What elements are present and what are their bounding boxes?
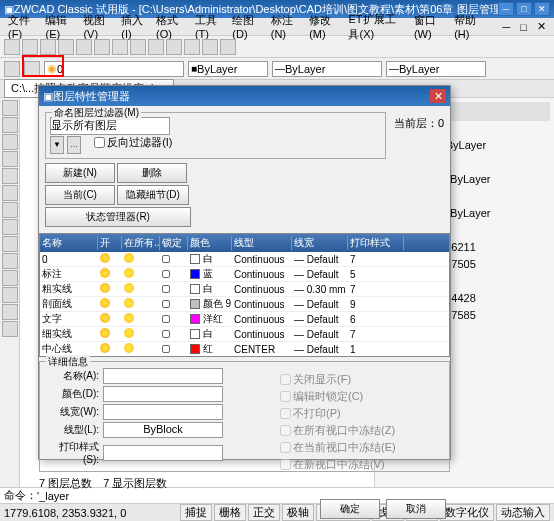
chk-freeze-new[interactable]: 在新视口中冻结(V) (280, 457, 396, 472)
col-on[interactable]: 开 (98, 236, 122, 250)
menu-view[interactable]: 视图(V) (79, 12, 115, 41)
circle-icon[interactable] (2, 185, 18, 201)
table-row[interactable]: 标注 蓝Continuous— Default5 (40, 267, 449, 282)
menu-help[interactable]: 帮助(H) (450, 12, 486, 41)
detail-lweight-input[interactable] (103, 404, 223, 420)
lineweight-dropdown[interactable]: — ByLayer (386, 61, 486, 77)
table-row[interactable]: 细实线 白Continuous— Default7 (40, 327, 449, 342)
arc-icon[interactable] (2, 168, 18, 184)
point-icon[interactable] (2, 287, 18, 303)
ellipse-icon[interactable] (2, 219, 18, 235)
layer-properties-dialog: ▣ 图层特性管理器 ✕ 命名图层过滤器(M) 显示所有图层 ▼ … 反向过滤器(… (38, 85, 451, 460)
pline-icon[interactable] (2, 117, 18, 133)
current-button[interactable]: 当前(C) (45, 185, 115, 205)
new-icon[interactable] (4, 39, 20, 55)
table-row[interactable]: 中心线 红CENTER— Default1 (40, 342, 449, 356)
hide-details-button[interactable]: 隐藏细节(D) (117, 185, 189, 205)
block-icon[interactable] (2, 270, 18, 286)
line-icon[interactable] (2, 100, 18, 116)
state-manager-button[interactable]: 状态管理器(R) (45, 207, 191, 227)
dialog-title: 图层特性管理器 (53, 89, 430, 104)
detail-pstyle-input[interactable] (103, 445, 223, 461)
chk-freeze-all[interactable]: 在所有视口中冻结(Z) (280, 423, 396, 438)
paste-icon[interactable] (130, 39, 146, 55)
menu-insert[interactable]: 插入(I) (117, 12, 150, 41)
doc-close-icon[interactable]: ✕ (533, 19, 550, 34)
open-icon[interactable] (22, 39, 38, 55)
undo-icon[interactable] (166, 39, 182, 55)
col-color[interactable]: 颜色 (188, 236, 232, 250)
col-ltype[interactable]: 线型 (232, 236, 292, 250)
cancel-button[interactable]: 取消 (386, 499, 446, 519)
close-button[interactable]: ✕ (534, 2, 550, 16)
details-fieldset: 详细信息 名称(A): 颜色(D): 线宽(W): 线型(L):ByBlock … (39, 361, 450, 472)
chk-freeze-cur[interactable]: 在当前视口中冻结(E) (280, 440, 396, 455)
current-layer-value: 0 (438, 117, 444, 129)
layer-prev-icon[interactable] (24, 61, 40, 77)
minimize-button[interactable]: ─ (498, 2, 514, 16)
print-icon[interactable] (58, 39, 74, 55)
text-icon[interactable] (2, 253, 18, 269)
detail-ltype-input[interactable]: ByBlock (103, 422, 223, 438)
ok-button[interactable]: 确定 (320, 499, 380, 519)
match-icon[interactable] (148, 39, 164, 55)
filter-edit-button[interactable]: … (67, 136, 81, 154)
doc-max-icon[interactable]: □ (516, 20, 531, 34)
hatch-icon[interactable] (2, 236, 18, 252)
menu-et[interactable]: ET扩展工具(X) (344, 11, 407, 43)
table-icon[interactable] (2, 304, 18, 320)
dyn-toggle[interactable]: 动态输入 (496, 504, 550, 521)
detail-name-input[interactable] (103, 368, 223, 384)
table-row[interactable]: 剖面线 颜色 9Continuous— Default9 (40, 297, 449, 312)
chk-noprint[interactable]: 不打印(P) (280, 406, 396, 421)
save-icon[interactable] (40, 39, 56, 55)
copy-icon[interactable] (112, 39, 128, 55)
preview-icon[interactable] (76, 39, 92, 55)
table-row[interactable]: 文字 洋红Continuous— Default6 (40, 312, 449, 327)
invert-filter-checkbox[interactable]: 反向过滤器(I) (94, 135, 172, 150)
menu-draw[interactable]: 绘图(D) (228, 12, 264, 41)
menu-modify[interactable]: 修改(M) (305, 12, 342, 41)
shown-layers: 7 显示图层数 (103, 477, 167, 489)
col-lock[interactable]: 锁定 (160, 236, 188, 250)
region-icon[interactable] (2, 321, 18, 337)
menu-window[interactable]: 窗口(W) (410, 12, 448, 41)
table-header: 名称 开 在所有... 锁定 颜色 线型 线宽 打印样式 (40, 234, 449, 252)
menu-dim[interactable]: 标注(N) (267, 12, 303, 41)
menu-tools[interactable]: 工具(T) (191, 12, 226, 41)
layer-manager-icon[interactable] (4, 61, 20, 77)
table-row[interactable]: 粗实线 白Continuous— 0.30 mm7 (40, 282, 449, 297)
delete-layer-button[interactable]: 删除 (117, 163, 187, 183)
cut-icon[interactable] (94, 39, 110, 55)
dialog-icon: ▣ (43, 90, 53, 103)
menu-file[interactable]: 文件(F) (4, 12, 39, 41)
color-dropdown[interactable]: ■ ByLayer (188, 61, 268, 77)
col-pstyle[interactable]: 打印样式 (348, 236, 404, 250)
col-lweight[interactable]: 线宽 (292, 236, 348, 250)
chk-lock[interactable]: 编辑时锁定(C) (280, 389, 396, 404)
dialog-titlebar[interactable]: ▣ 图层特性管理器 ✕ (39, 86, 450, 106)
polygon-icon[interactable] (2, 134, 18, 150)
doc-min-icon[interactable]: ─ (499, 20, 515, 34)
filter-dd-button[interactable]: ▼ (50, 136, 64, 154)
detail-color-input[interactable] (103, 386, 223, 402)
menu-format[interactable]: 格式(O) (152, 12, 189, 41)
linetype-dropdown[interactable]: — ByLayer (272, 61, 382, 77)
table-row[interactable]: 0 白Continuous— Default7 (40, 252, 449, 267)
filter-legend: 命名图层过滤器(M) (52, 106, 141, 120)
dialog-close-button[interactable]: ✕ (430, 89, 446, 103)
chk-off[interactable]: 关闭显示(F) (280, 372, 396, 387)
rect-icon[interactable] (2, 151, 18, 167)
filter-fieldset: 命名图层过滤器(M) 显示所有图层 ▼ … 反向过滤器(I) (45, 112, 386, 159)
redo-icon[interactable] (184, 39, 200, 55)
menu-edit[interactable]: 编辑(E) (41, 12, 77, 41)
col-freeze[interactable]: 在所有... (122, 236, 160, 250)
zoom-icon[interactable] (220, 39, 236, 55)
new-layer-button[interactable]: 新建(N) (45, 163, 115, 183)
spline-icon[interactable] (2, 202, 18, 218)
menubar: 文件(F) 编辑(E) 视图(V) 插入(I) 格式(O) 工具(T) 绘图(D… (0, 18, 554, 36)
col-name[interactable]: 名称 (40, 236, 98, 250)
maximize-button[interactable]: □ (516, 2, 532, 16)
pan-icon[interactable] (202, 39, 218, 55)
layer-dropdown[interactable]: ◉ 0 (44, 61, 184, 77)
